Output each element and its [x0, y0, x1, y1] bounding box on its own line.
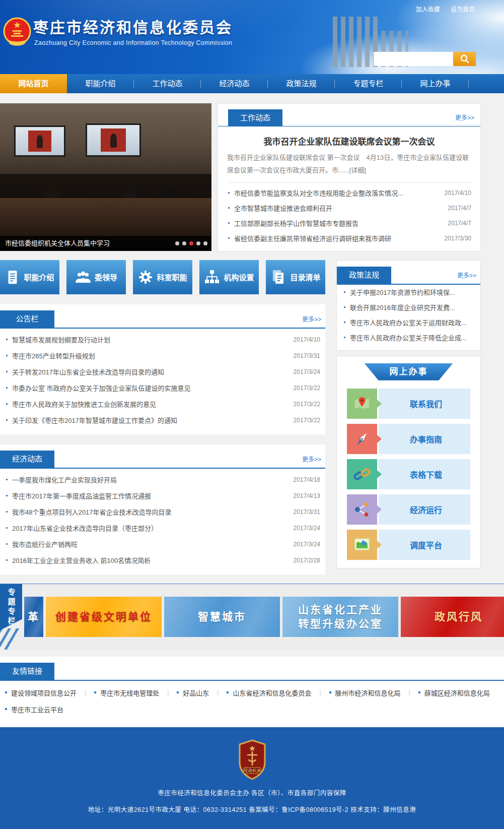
carousel-dot[interactable] — [175, 241, 179, 245]
policy-title[interactable]: 关于申报2017年资源节约和环境保... — [350, 287, 474, 297]
news-item-title[interactable]: 省经信委副主任廉凯带领省经济运行调研组来我市调研 — [234, 233, 440, 243]
service-label: 调度平台 — [379, 530, 470, 560]
quick-button-departments[interactable]: 科室职能 — [133, 260, 192, 294]
policy-title[interactable]: 联合开展2016年度企业研究开发费... — [350, 302, 474, 312]
special-column-banner[interactable]: 智慧城市 — [164, 597, 280, 637]
service-label: 办事指南 — [379, 424, 470, 454]
service-label: 经济运行 — [379, 494, 470, 525]
nav-item-policies[interactable]: 政策法规 — [268, 74, 335, 93]
friend-link[interactable]: 薛城区经济和信息化局 — [424, 688, 490, 697]
online-services-card: 网上办事 联系我们 — [336, 356, 481, 568]
economy-news-date: 2017/4/13 — [294, 492, 320, 499]
special-column-banner[interactable]: 山东省化工产业 转型升级办公室 — [282, 597, 398, 637]
economy-news-date: 2017/3/24 — [294, 541, 320, 548]
policy-title[interactable]: 枣庄市人民政府办公室关于运用财政政... — [350, 317, 474, 327]
carousel-dot[interactable] — [203, 241, 207, 245]
news-item-title[interactable]: 工信部原副部长杨学山作智慧城市专题报告 — [234, 218, 443, 228]
policies-more-link[interactable]: 更多>> — [457, 271, 476, 279]
news-item-title[interactable]: 市经信委节能监察支队对全市违规用能企业整改落实情况... — [234, 188, 440, 198]
economy-news-title[interactable]: 2017年山东省企业技术改造导向目录（枣庄部分） — [12, 523, 289, 533]
announcements-list: 智慧城市发展规划纲要及行动计划 2017/4/10 枣庄市265产业转型升级规划… — [5, 329, 320, 428]
quick-button-functions[interactable]: 职能介绍 — [0, 260, 59, 294]
announcement-title[interactable]: 枣庄市265产业转型升级规划 — [12, 351, 289, 360]
policy-title[interactable]: 枣庄市人民政府办公室关于降低企业成... — [350, 333, 474, 342]
service-economic-operation[interactable]: 经济运行 — [347, 494, 470, 525]
announcement-title[interactable]: 关于转发2017年山东省企业技术改造导向目录的通知 — [12, 367, 289, 376]
work-news-more-link[interactable]: 更多>> — [455, 113, 474, 121]
announcements-more-link[interactable]: 更多>> — [302, 314, 321, 323]
featured-detail-link[interactable]: [详细] — [349, 166, 366, 174]
bullet-icon — [5, 708, 7, 710]
economy-news-date: 2017/4/18 — [294, 476, 320, 483]
friend-link-item: 薛城区经济和信息化局 — [418, 688, 490, 697]
nav-item-functions[interactable]: 职能介绍 — [67, 74, 134, 93]
announcements-card: 公告栏 更多>> 智慧城市发展规划纲要及行动计划 2017/4/10 — [0, 304, 325, 434]
set-homepage-link[interactable]: 设为首页 — [451, 6, 475, 13]
news-item-title[interactable]: 全市智慧城市建设推进会顺利召开 — [234, 203, 443, 213]
carousel[interactable]: 市经信委组织机关全体人员集中学习 — [0, 103, 211, 251]
economy-news-title[interactable]: 2016年工业企业主营业务收入 前100名情况简析 — [12, 555, 289, 565]
nav-item-online-services[interactable]: 网上办事 — [402, 74, 469, 93]
announcement-date: 2017/3/22 — [294, 417, 320, 424]
service-form-download[interactable]: 表格下载 — [347, 459, 470, 489]
nav-item-work-news[interactable]: 工作动态 — [134, 74, 201, 93]
search-input[interactable] — [374, 52, 453, 66]
bullet-icon — [6, 403, 8, 405]
nav-item-special-columns[interactable]: 专题专栏 — [335, 74, 402, 93]
nav-item-economy-news[interactable]: 经济动态 — [201, 74, 268, 93]
announcement-title[interactable]: 关于印发《枣庄市2017年智慧城市建设工作要点》的通知 — [12, 415, 289, 425]
quick-button-org-structure[interactable]: 机构设置 — [199, 260, 259, 294]
friend-link[interactable]: 滕州市经济和信息化局 — [335, 688, 401, 697]
friend-link[interactable]: 枣庄市工业云平台 — [11, 705, 63, 714]
search-button[interactable] — [453, 52, 476, 66]
economy-news-title[interactable]: 我市造纸行业产销两旺 — [12, 539, 289, 549]
featured-summary-text: 我市召开企业家队伍建设联席会议 第一次会议 4月13日，枣庄市企业家队伍建设联席… — [227, 154, 469, 174]
policy-item: 关于申报2017年资源节约和环境保... — [343, 285, 474, 300]
quick-button-catalog[interactable]: 目录清单 — [266, 260, 325, 294]
carousel-dot[interactable] — [196, 241, 200, 245]
bullet-icon — [228, 237, 230, 239]
friend-link[interactable]: 好品山东 — [183, 688, 209, 697]
service-dispatch-platform[interactable]: 调度平台 — [347, 530, 470, 560]
add-favorite-link[interactable]: 加入收藏 — [416, 6, 440, 13]
policies-card: 政策法规 更多>> 关于申报2017年资源节约和环境保... 联合开展2016年… — [336, 260, 481, 351]
economy-news-title[interactable]: 我市48个重点项目列入2017年省企业技术改造导向目录 — [12, 507, 289, 517]
economy-news-title[interactable]: 枣庄市2017年第一季度成品油监管工作情况通报 — [12, 491, 289, 500]
carousel-caption: 市经信委组织机关全体人员集中学习 — [5, 236, 175, 251]
friend-link-item: 建设领域项目信息公开 — [5, 688, 94, 697]
service-guide[interactable]: 办事指南 — [347, 424, 470, 454]
news-list-item: 省经信委副主任廉凯带领省经济运行调研组来我市调研 2017/3/30 — [227, 231, 471, 246]
special-column-banner[interactable]: 革 — [24, 597, 43, 637]
footer-sponsor-line: 枣庄市经济和信息化委员会主办 各区（市）、市直各部门内容保障 — [0, 788, 504, 797]
announcement-title[interactable]: 枣庄市人民政府关于加快推进工业创新发展的意见 — [12, 399, 289, 409]
economy-news-date: 2017/3/31 — [294, 508, 320, 516]
service-contact-us[interactable]: 联系我们 — [347, 389, 470, 419]
friend-link[interactable]: 山东省经济和信息化委员会 — [233, 688, 311, 697]
bullet-icon — [228, 192, 230, 194]
quick-button-label: 目录清单 — [290, 272, 320, 282]
policies-list: 关于申报2017年资源节约和环境保... 联合开展2016年度企业研究开发费..… — [343, 285, 474, 345]
economy-news-item: 枣庄市2017年第一季度成品油监管工作情况通报 2017/4/13 — [5, 488, 320, 504]
ribbon-stripes-decoration — [0, 628, 23, 650]
friend-link[interactable]: 建设领域项目信息公开 — [11, 688, 77, 697]
announcement-item: 枣庄市265产业转型升级规划 2017/3/31 — [5, 348, 320, 364]
bullet-icon — [6, 527, 8, 529]
nav-item-home[interactable]: 网站首页 — [0, 74, 67, 93]
special-column-banner[interactable]: 创建省级文明单位 — [46, 597, 162, 637]
city-skyline-graphic — [333, 17, 378, 67]
carousel-dot-active[interactable] — [189, 241, 193, 245]
quick-button-leaders[interactable]: 委领导 — [66, 260, 126, 294]
economy-news-title[interactable]: 一季度我市煤化工产业实现良好开局 — [12, 475, 289, 484]
party-government-badge-icon[interactable]: 党政机关 — [238, 739, 267, 781]
announcement-title[interactable]: 智慧城市发展规划纲要及行动计划 — [12, 335, 289, 344]
carousel-dot[interactable] — [182, 241, 186, 245]
special-column-banner[interactable]: 政风行风 — [401, 597, 504, 637]
search-icon — [460, 54, 470, 64]
site-header: 加入收藏 设为首页 枣庄市经济和信息化委员会 Zaozhuang City Ec… — [0, 0, 504, 74]
announcement-title[interactable]: 市委办公室 市政府办公室关于加强企业家队伍建设的实施意见 — [12, 383, 289, 393]
work-news-panel: 工作动态 更多>> 我市召开企业家队伍建设联席会议第一次会议 我市召开企业家队伍… — [218, 103, 481, 251]
friend-link[interactable]: 枣庄市无线电管理处 — [100, 688, 159, 697]
economy-news-more-link[interactable]: 更多>> — [302, 455, 321, 463]
featured-article-title[interactable]: 我市召开企业家队伍建设联席会议第一次会议 — [227, 135, 471, 147]
friend-links-tab: 友情链接 — [0, 663, 54, 680]
